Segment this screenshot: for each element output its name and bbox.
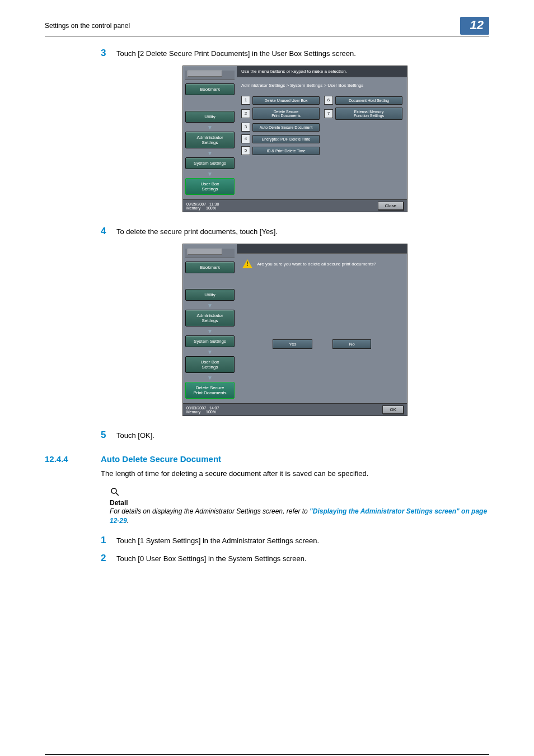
close-button[interactable]: Close [378,202,404,210]
step-number: 5 [101,430,116,441]
sidebar-system-settings[interactable]: System Settings [185,157,235,169]
sidebar-utility[interactable]: Utility [185,289,235,301]
delete-confirm-screen: Bookmark Utility ▼ Administrator Setting… [182,244,407,416]
menu-delete-secure-print-documents[interactable]: Delete Secure Print Documents [252,108,320,120]
ok-button[interactable]: OK [382,405,404,414]
section-title: Auto Delete Secure Document [101,454,221,464]
svg-line-1 [116,493,119,496]
chevron-down-icon: ▼ [185,375,235,381]
chevron-down-icon: ▼ [185,349,235,355]
bookmark-tab[interactable]: Bookmark [185,262,235,273]
sidebar-utility[interactable]: Utility [185,111,235,123]
instruction-bar: Use the menu buttons or keypad to make a… [237,66,407,77]
sidebar-delete-secure-print-documents[interactable]: Delete Secure Print Documents [185,382,235,399]
step-number: 2 [101,553,116,564]
chevron-down-icon: ▼ [185,329,235,334]
yes-button[interactable]: Yes [273,339,312,349]
sidebar-system-settings[interactable]: System Settings [185,335,235,347]
step-text: Touch [1 System Settings] in the Adminis… [116,535,319,545]
breadcrumb: Administrator Settings > System Settings… [237,77,407,94]
chapter-number-badge: 12 [460,17,489,35]
chevron-down-icon: ▼ [185,171,235,177]
sidebar-admin-settings[interactable]: Administrator Settings [185,310,235,326]
step-number: 1 [101,535,116,546]
svg-point-0 [111,488,116,493]
chevron-down-icon: ▼ [185,125,235,130]
step-text: Touch [2 Delete Secure Print Documents] … [116,48,356,58]
status-left: 09/25/2007 11:30 Memory 100% [186,202,219,210]
sidebar-admin-settings[interactable]: Administrator Settings [185,132,235,148]
step-text: Touch [0 User Box Settings] in the Syste… [116,553,307,563]
menu-external-memory-function-settings[interactable]: External Memory Function Settings [335,108,402,120]
step-4: 4 To delete the secure print documents, … [101,226,489,237]
section-number: 12.4.4 [45,454,101,464]
step-number: 4 [101,226,116,237]
no-button[interactable]: No [332,339,371,349]
bookmark-tab[interactable]: Bookmark [185,83,235,95]
proc-step-2: 2 Touch [0 User Box Settings] in the Sys… [101,553,489,564]
sidebar-user-box-settings[interactable]: User Box Settings [185,178,235,195]
section-intro: The length of time for deleting a secure… [101,469,489,478]
proc-step-1: 1 Touch [1 System Settings] in the Admin… [101,535,489,546]
confirm-message: Are you sure you want to delete all secu… [257,262,376,267]
menu-encrypted-pdf-delete-time[interactable]: Encrypted PDF Delete Time [252,135,320,143]
chevron-down-icon: ▼ [185,303,235,309]
menu-auto-delete-secure-document[interactable]: Auto Delete Secure Document [252,123,320,132]
running-head: Settings on the control panel [45,22,130,30]
detail-label: Detail [110,499,489,507]
chevron-down-icon: ▼ [185,151,235,156]
menu-document-hold-setting[interactable]: Document Hold Setting [335,96,402,105]
step-5: 5 Touch [OK]. [101,430,489,441]
step-text: Touch [OK]. [116,430,154,440]
section-heading: 12.4.4 Auto Delete Secure Document [45,454,489,464]
magnifier-icon [110,487,120,497]
user-box-settings-screen: Bookmark Utility ▼ Administrator Setting… [182,66,407,212]
step-3: 3 Touch [2 Delete Secure Print Documents… [101,48,489,59]
step-number: 3 [101,48,116,59]
warning-icon [242,259,252,268]
menu-delete-unused-user-box[interactable]: Delete Unused User Box [252,96,320,105]
menu-id-print-delete-time[interactable]: ID & Print Delete Time [252,147,320,155]
sidebar-user-box-settings[interactable]: User Box Settings [185,356,235,373]
step-text: To delete the secure print documents, to… [116,226,278,236]
detail-text: For details on displaying the Administra… [110,507,489,526]
status-left: 08/03/2007 14:07 Memory 100% [186,406,219,414]
